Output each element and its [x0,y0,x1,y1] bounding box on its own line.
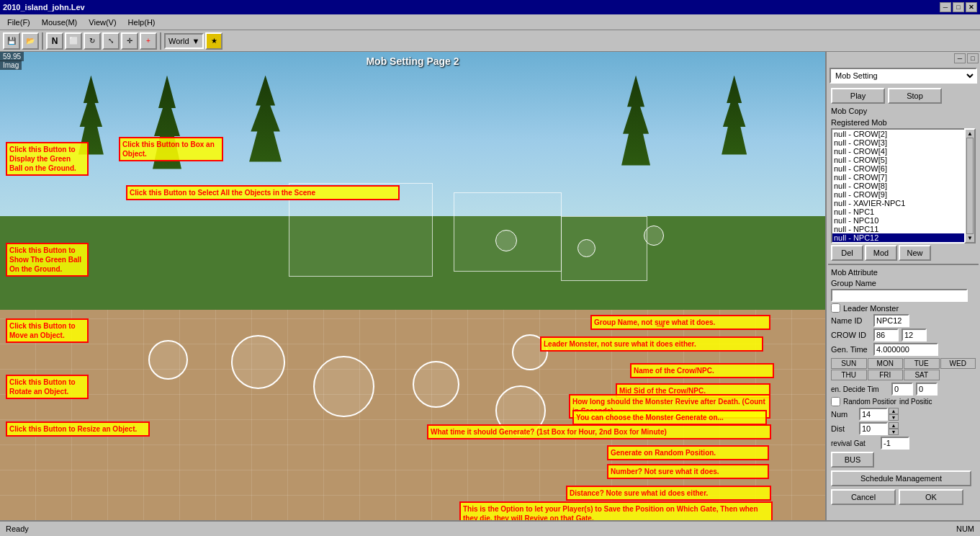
mob-list-item[interactable]: null - CROW[2] [832,130,974,138]
num-spin-group: ▲ ▼ [889,408,899,421]
mob-list-item[interactable]: null - CROW[3] [832,138,974,147]
gen-time-input[interactable] [873,343,938,356]
mob-list-item[interactable]: null - CROW[9] [832,190,974,199]
open-button[interactable]: 📂 [22,32,39,50]
dist-input[interactable] [859,422,888,435]
panel-max-btn[interactable]: □ [967,53,979,63]
gen-time-row: Gen. Time [828,342,979,357]
day-sat[interactable]: SAT [904,370,940,380]
resize-tool-button[interactable]: ⤡ [102,32,120,50]
cancel-ok-row: Cancel OK [828,488,979,506]
leader-monster-checkbox[interactable] [831,303,840,313]
mob-list-item[interactable]: null - CROW[4] [832,147,974,156]
group-name-input-row [828,288,979,303]
sphere-3 [413,361,459,408]
mod-button[interactable]: Mod [865,245,897,261]
minimize-button[interactable]: ─ [940,2,951,12]
viewport[interactable]: 59.95 Imag Mob Setting Page 2 Click this… [0,52,825,520]
num-input[interactable] [859,408,888,421]
panel-min-btn[interactable]: ─ [954,53,966,63]
mob-list-item[interactable]: null - NPC12 [832,233,974,242]
status-bar: Ready NUM [0,520,980,536]
close-button[interactable]: ✕ [966,2,977,12]
annotation-17: Distance? Note sure what id does either. [566,486,771,501]
crow-id-label: CROW ID [831,331,871,339]
dist-spin-down[interactable]: ▼ [889,429,899,435]
annotation-10: Name of the Crow/NPC. [630,363,774,378]
scroll-down-arrow[interactable]: ▼ [967,235,973,241]
mob-list-item[interactable]: null - CROW[8] [832,182,974,190]
random-position-row: Random Positior ind Positic [828,396,979,407]
sphere-bg-1 [495,230,517,251]
menu-view[interactable]: View(V) [83,17,122,28]
dist-spin-group: ▲ ▼ [889,422,899,435]
menu-mouse[interactable]: Mouse(M) [36,17,84,28]
day-tue[interactable]: TUE [904,358,940,369]
day-sun[interactable]: SUN [831,358,867,369]
mob-copy-label: Mob Copy [828,105,979,117]
day-fri[interactable]: FRI [868,370,904,380]
num-spin-down[interactable]: ▼ [889,414,899,421]
sphere-2 [313,356,374,417]
mob-list-item[interactable]: null - XAVIER-NPC1 [832,199,974,207]
name-id-input[interactable] [873,314,909,327]
listbox-scrollbar[interactable]: ▲ ▼ [964,128,976,244]
revival-gate-input[interactable] [881,437,909,450]
maximize-button[interactable]: □ [953,2,964,12]
mob-list-item[interactable]: null - NPC11 [832,225,974,233]
new-button[interactable]: New [899,245,931,261]
menu-help[interactable]: Help(H) [122,17,161,28]
mob-setting-dropdown[interactable]: Mob Setting [830,68,977,84]
en-decide-tim-input-1[interactable] [891,383,913,396]
extra-tool-button[interactable]: ★ [205,32,222,50]
group-name-row: Group Name [828,278,979,288]
schedule-management-button[interactable]: Schedule Management [831,470,971,486]
mob-list-item[interactable]: null - CROW[6] [832,164,974,173]
dist-spin-up[interactable]: ▲ [889,422,899,429]
leader-monster-label: Leader Monster [843,304,899,313]
sphere-4 [148,340,188,380]
crow-id-input-1[interactable] [873,329,899,341]
mob-listbox[interactable]: null - CROW[2]null - CROW[3]null - CROW[… [831,128,976,244]
ok-button[interactable]: OK [899,489,963,505]
scroll-thumb[interactable] [966,138,974,234]
random-position-checkbox[interactable] [831,397,840,406]
world-dropdown[interactable]: World ▼ [164,33,204,49]
add-tool-button[interactable]: + [140,32,157,50]
group-name-label: Group Name [831,279,876,287]
schedule-btn-row: Schedule Management [828,469,979,488]
annotation-5: Click this Button to Resize an Object. [6,421,150,437]
gen-time-label: Gen. Time [831,345,871,354]
day-wed[interactable]: WED [940,358,976,369]
mob-list-item[interactable]: null - NPC10 [832,216,974,225]
group-name-input[interactable] [831,289,968,302]
save-button[interactable]: 💾 [3,32,20,50]
menu-file[interactable]: File(F) [1,17,36,28]
day-grid: SUN MON TUE WED THU FRI SAT [831,358,976,380]
del-button[interactable]: Del [831,245,863,261]
day-mon[interactable]: MON [868,358,904,369]
day-thu[interactable]: THU [831,370,867,380]
toolbar-separator-2 [160,32,161,50]
menu-bar: File(F) Mouse(M) View(V) Help(H) [0,14,980,30]
en-decide-tim-input-2[interactable] [916,383,938,396]
play-button[interactable]: Play [831,88,885,104]
mob-list-item[interactable]: null - CROW[7] [832,173,974,182]
n-tool-button[interactable]: N [46,32,63,50]
num-spin-up[interactable]: ▲ [889,408,899,414]
crow-id-input-2[interactable] [902,329,927,341]
mob-list-item[interactable]: null - NPC1 [832,207,974,216]
name-id-row: Name ID [828,313,979,328]
annotation-9: Leader Monster, not sure what it does ei… [540,336,763,352]
rotate-tool-button[interactable]: ↻ [84,32,101,50]
mob-list-container: null - CROW[2]null - CROW[3]null - CROW[… [828,128,979,244]
move-tool-button[interactable]: ✛ [121,32,138,50]
scroll-up-arrow[interactable]: ▲ [967,130,973,137]
cancel-button[interactable]: Cancel [831,489,896,505]
crow-id-row: CROW ID [828,328,979,342]
box-tool-button[interactable]: ⬜ [65,32,82,50]
bus-button[interactable]: BUS [831,452,874,468]
mob-list-item[interactable]: null - CROW[5] [832,156,974,164]
stop-button[interactable]: Stop [888,88,942,104]
image-label: Imag [0,61,22,70]
